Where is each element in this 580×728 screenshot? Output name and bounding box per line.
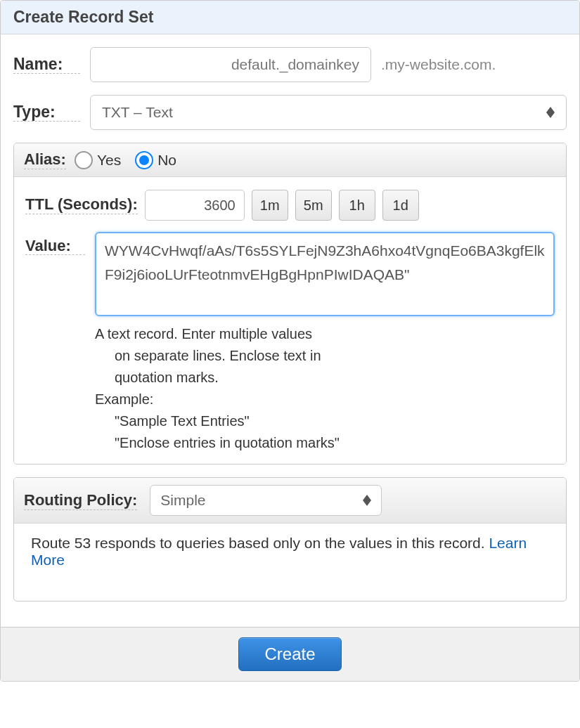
select-arrows-icon	[363, 495, 371, 506]
svg-marker-1	[546, 112, 555, 118]
routing-select[interactable]: Simple	[150, 485, 382, 516]
type-label: Type:	[13, 103, 80, 122]
routing-description: Route 53 responds to queries based only …	[31, 535, 489, 551]
name-row: Name: .my-website.com.	[13, 47, 567, 82]
ttl-preset-1h[interactable]: 1h	[339, 190, 375, 221]
panel-title: Create Record Set	[1, 1, 579, 34]
alias-subpanel: Alias: Yes No TTL (Seconds): 1m 5m 1h	[13, 143, 567, 464]
alias-no-text: No	[157, 152, 176, 169]
alias-no-group: No	[135, 151, 176, 169]
type-row: Type: TXT – Text	[13, 95, 567, 130]
help-example-label: Example:	[95, 391, 153, 407]
value-help: A text record. Enter multiple values on …	[95, 323, 555, 454]
type-select-wrapper: TXT – Text	[90, 95, 567, 130]
svg-marker-2	[363, 495, 371, 500]
routing-label: Routing Policy:	[24, 491, 137, 510]
ttl-preset-1m[interactable]: 1m	[252, 190, 288, 221]
value-row: Value: WYW4CvHwqf/aAs/T6s5SYLFejN9Z3hA6h…	[25, 232, 555, 454]
ttl-preset-1d[interactable]: 1d	[382, 190, 419, 221]
ttl-input[interactable]	[145, 190, 245, 221]
name-input[interactable]	[90, 47, 371, 82]
alias-yes-group: Yes	[75, 151, 121, 169]
panel-footer: Create	[1, 627, 579, 681]
name-label: Name:	[13, 56, 80, 74]
alias-yes-radio[interactable]	[75, 151, 93, 169]
svg-marker-0	[546, 107, 555, 112]
domain-suffix: .my-website.com.	[381, 56, 496, 73]
help-ex2: "Enclose entries in quotation marks"	[95, 432, 555, 454]
svg-marker-3	[363, 500, 371, 506]
routing-selected-text: Simple	[160, 492, 205, 509]
alias-no-radio[interactable]	[135, 151, 153, 169]
routing-body: Route 53 responds to queries based only …	[14, 524, 566, 601]
routing-header: Routing Policy: Simple	[14, 478, 566, 524]
type-selected-text: TXT – Text	[102, 104, 173, 121]
alias-label: Alias:	[24, 150, 66, 169]
alias-header: Alias: Yes No	[14, 143, 566, 177]
create-record-set-panel: Create Record Set Name: .my-website.com.…	[0, 0, 580, 682]
value-label: Value:	[25, 238, 85, 255]
select-arrows-icon	[546, 107, 555, 118]
help-line1: A text record. Enter multiple values	[95, 326, 312, 342]
ttl-preset-5m[interactable]: 5m	[295, 190, 332, 221]
ttl-label: TTL (Seconds):	[25, 196, 138, 214]
type-select[interactable]: TXT – Text	[90, 95, 567, 130]
help-ex1: "Sample Text Entries"	[95, 410, 555, 432]
routing-subpanel: Routing Policy: Simple Route 53 responds…	[13, 477, 567, 602]
value-textarea[interactable]: WYW4CvHwqf/aAs/T6s5SYLFejN9Z3hA6hxo4tVgn…	[95, 232, 555, 316]
help-line2: on separate lines. Enclose text in	[95, 345, 555, 367]
alias-yes-text: Yes	[97, 152, 121, 169]
create-button[interactable]: Create	[238, 637, 341, 671]
alias-body: TTL (Seconds): 1m 5m 1h 1d Value: WYW4Cv…	[14, 177, 566, 464]
help-line3: quotation marks.	[95, 367, 555, 389]
panel-body: Name: .my-website.com. Type: TXT – Text …	[1, 34, 579, 627]
ttl-row: TTL (Seconds): 1m 5m 1h 1d	[25, 190, 555, 221]
value-column: WYW4CvHwqf/aAs/T6s5SYLFejN9Z3hA6hxo4tVgn…	[95, 232, 555, 454]
